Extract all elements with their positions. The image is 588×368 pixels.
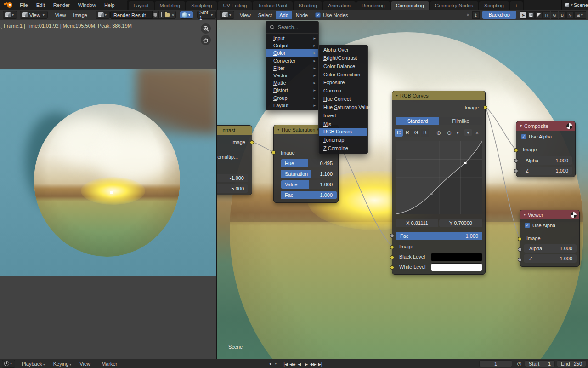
menu-item[interactable]: Z Combine [319, 144, 368, 153]
node-rgb-curves[interactable]: ▾ RGB Curves Image StandardFilmlike CRGB… [392, 91, 486, 275]
menu-item[interactable]: Distort ▸ [266, 86, 318, 94]
topbar-menu[interactable]: Render [49, 0, 74, 10]
channel-button[interactable]: B [559, 12, 566, 19]
timeline-menu[interactable]: View▾ [76, 361, 98, 367]
backdrop-alpha-button[interactable] [535, 12, 543, 19]
white-level-socket[interactable] [390, 265, 394, 270]
workspace-tab[interactable]: Scripting [479, 1, 509, 10]
topbar-menu[interactable]: Window [74, 0, 100, 10]
topbar-menu[interactable]: File [16, 0, 32, 10]
backdrop-toggle-button[interactable]: Backdrop [482, 11, 516, 19]
transport-button[interactable]: |◀ [282, 362, 289, 367]
curve-point[interactable] [431, 193, 433, 195]
menu-item[interactable]: Hue Correct [319, 95, 368, 104]
node-editor-menu[interactable]: View [236, 10, 254, 20]
node-editor-menu[interactable]: Node [292, 10, 311, 20]
workspace-tab[interactable]: Compositing [391, 1, 429, 10]
value-field[interactable]: Alpha 1.000 [520, 156, 572, 165]
new-image-button[interactable] [158, 11, 164, 19]
fac-input-socket[interactable] [390, 234, 394, 238]
transport-button[interactable]: ▶ [303, 362, 310, 367]
editor-type-button[interactable]: ▾ [220, 11, 234, 19]
menu-item[interactable]: Exposure [319, 79, 368, 87]
region-toggle-arrow[interactable]: ‹ [219, 26, 220, 31]
fake-user-button[interactable] [153, 11, 158, 19]
current-frame-field[interactable]: 1 [479, 360, 512, 367]
node-composite[interactable]: ▾ Composite ✓ Use Alpha Image Alpha 1.00… [516, 121, 576, 177]
workspace-tab[interactable]: Sculpting [186, 1, 217, 10]
menu-item[interactable]: Vector ▸ [266, 72, 318, 79]
white-level-swatch[interactable] [431, 263, 482, 271]
menu-item[interactable]: RGB Curves [319, 128, 368, 136]
zoom-gizmo[interactable] [201, 23, 211, 34]
display-channels-dropdown[interactable]: ▾ [180, 11, 193, 19]
workspace-tab[interactable]: Modeling [155, 1, 186, 10]
menu-item[interactable]: Color ▸ [266, 49, 318, 57]
node-bright-contrast[interactable]: ntrast Image : Premultip... -1.000 t 5.0… [217, 125, 252, 195]
node-viewer[interactable]: ▾ Viewer ✓ Use Alpha Image Alpha 1.000 Z… [520, 210, 580, 267]
chevron-down-icon[interactable]: ▾ [275, 362, 277, 366]
transport-button[interactable]: ◀ [296, 362, 303, 367]
menu-search[interactable]: Search... [266, 22, 318, 32]
auto-key-button[interactable]: ● [267, 362, 274, 366]
image-browse-button[interactable]: ▾ [96, 11, 110, 19]
transport-button[interactable]: ◀◆ [289, 362, 296, 367]
go-to-parent-button[interactable]: ↥ [472, 12, 480, 19]
region-toggle-arrow[interactable]: › [0, 26, 2, 31]
hsv-slider[interactable]: Hue 0.495 [281, 159, 337, 167]
channel-button[interactable]: B [421, 129, 429, 137]
black-level-swatch[interactable] [431, 253, 482, 261]
backdrop-color-alpha-button[interactable]: ➤ [520, 12, 527, 19]
black-level-socket[interactable] [390, 255, 394, 259]
curve-tools-dropdown[interactable]: ▾ [457, 129, 459, 137]
use-alpha-checkbox[interactable]: ✓ Use Alpha [525, 223, 555, 228]
use-alpha-checkbox[interactable]: ✓ Use Alpha [521, 134, 552, 139]
alpha-input-socket[interactable] [514, 159, 518, 163]
pin-icon[interactable]: ⌖ [464, 12, 471, 18]
menu-item[interactable]: Alpha Over [319, 46, 368, 54]
workspace-tab[interactable]: Layout [129, 1, 154, 10]
transport-button[interactable]: ◆▶ [310, 362, 317, 367]
menu-item[interactable]: Tonemap [319, 136, 368, 144]
menu-item[interactable]: Invert [319, 112, 368, 120]
curve-zoom-in-button[interactable]: ⊕ [436, 129, 441, 137]
unlink-image-button[interactable]: × [170, 11, 176, 19]
image-input-socket[interactable] [518, 237, 522, 241]
image-name-field[interactable]: Render Result [110, 11, 153, 19]
menu-item[interactable]: Mix [319, 120, 368, 128]
node-header[interactable]: ntrast [217, 126, 252, 135]
channel-button[interactable]: G [412, 129, 420, 137]
image-editor-menu[interactable]: View [51, 10, 70, 20]
value-field[interactable]: Alpha 1.000 [524, 244, 577, 253]
transport-button[interactable]: ▶| [317, 362, 323, 367]
menu-item[interactable]: Bright/Contrast [319, 54, 368, 63]
node-header[interactable]: ▾ RGB Curves [392, 91, 485, 100]
tone-tab[interactable]: Standard [396, 117, 439, 125]
node-editor-menu[interactable]: Select [254, 10, 276, 20]
channel-button[interactable]: C [395, 129, 403, 137]
menu-item[interactable]: Matte ▸ [266, 79, 318, 86]
blender-logo-icon[interactable] [4, 2, 13, 8]
frame-start-field[interactable]: Start 1 [525, 360, 555, 367]
channel-button[interactable]: R [403, 129, 412, 137]
editor-type-button[interactable]: ▾ [2, 360, 15, 368]
workspace-tab[interactable]: Texture Paint [253, 1, 292, 10]
workspace-tab[interactable]: + [510, 1, 523, 10]
z-input-socket[interactable] [518, 258, 522, 262]
use-nodes-checkbox[interactable]: ✓ Use Nodes [315, 12, 348, 18]
image-mode-dropdown[interactable]: View ▾ [20, 11, 48, 19]
snap-falloff-icon[interactable]: ∿ [566, 12, 574, 19]
curve-x-field[interactable]: X 0.81111 [396, 219, 438, 227]
open-image-button[interactable] [164, 11, 170, 19]
image-input-socket[interactable] [271, 150, 276, 155]
node-editor-menu[interactable]: Add [276, 11, 292, 19]
render-slot-dropdown[interactable]: Slot 1 ▾ [197, 11, 216, 19]
hsv-slider[interactable]: Fac 1.000 [281, 191, 337, 199]
workspace-tab[interactable]: UV Editing [218, 1, 252, 10]
hsv-slider[interactable]: Value 1.000 [281, 180, 337, 189]
menu-item[interactable]: Group ▸ [266, 94, 318, 102]
editor-type-button[interactable]: ▾ [3, 11, 17, 19]
image-editor-menu[interactable]: Image [69, 10, 91, 20]
curve-y-field[interactable]: Y 0.70000 [439, 219, 482, 227]
image-output-socket[interactable] [250, 140, 254, 144]
